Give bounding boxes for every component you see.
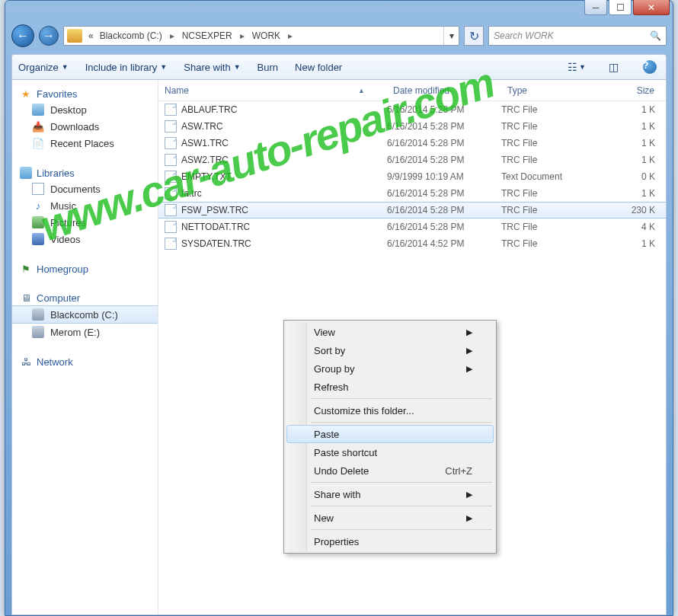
context-menu: View▶ Sort by▶ Group by▶ Refresh Customi…	[283, 320, 497, 554]
menu-undo-delete[interactable]: Undo DeleteCtrl+Z	[286, 461, 494, 480]
forward-button[interactable]: →	[39, 26, 59, 46]
menu-separator	[311, 422, 492, 423]
sidebar-item-recent[interactable]: 📄Recent Places	[12, 135, 158, 152]
menu-new[interactable]: New▶	[286, 509, 494, 527]
file-name: ASW2.TRC	[181, 155, 229, 165]
favorites-header[interactable]: ★Favorites	[12, 86, 158, 101]
file-type: TRC File	[501, 222, 608, 232]
menu-paste-shortcut[interactable]: Paste shortcut	[286, 443, 494, 461]
preview-pane-button[interactable]: ◫	[603, 59, 623, 75]
chevron-right-icon[interactable]: ▸	[283, 30, 297, 41]
file-date: 6/16/2014 5:28 PM	[387, 155, 501, 165]
file-icon	[165, 238, 177, 250]
file-row[interactable]: NETTODAT.TRC6/16/2014 5:28 PMTRC File4 K	[158, 219, 666, 235]
file-date: 6/16/2014 5:28 PM	[387, 121, 501, 132]
col-name[interactable]: Name▲	[158, 85, 387, 96]
file-type: TRC File	[501, 238, 608, 249]
menu-sortby[interactable]: Sort by▶	[286, 341, 494, 359]
refresh-button[interactable]: ↻	[464, 26, 484, 46]
desktop-icon	[32, 104, 44, 116]
sidebar-item-music[interactable]: ♪Music	[12, 197, 158, 214]
sidebar-item-drive-e[interactable]: Merom (E:)	[12, 324, 158, 340]
homegroup-header[interactable]: ⚑Homegroup	[12, 261, 158, 276]
file-row[interactable]: ABLAUF.TRC6/16/2014 5:28 PMTRC File1 K	[158, 101, 666, 118]
back-button[interactable]: ←	[11, 24, 34, 47]
chevron-right-icon[interactable]: ▸	[235, 30, 249, 41]
close-button[interactable]: ✕	[633, 0, 670, 15]
address-bar[interactable]: « Blackcomb (C:) ▸ NCSEXPER ▸ WORK ▸ ▾	[63, 26, 459, 46]
submenu-arrow-icon: ▶	[466, 490, 472, 500]
file-date: 6/16/2014 5:28 PM	[387, 138, 501, 148]
menu-paste[interactable]: Paste	[286, 425, 494, 443]
help-button[interactable]: ?	[640, 59, 660, 75]
search-input[interactable]: Search WORK 🔍	[488, 26, 667, 46]
file-row[interactable]: fa.trc6/16/2014 5:28 PMTRC File1 K	[158, 185, 666, 202]
chevron-right-icon[interactable]: ▸	[165, 30, 179, 41]
sidebar-item-videos[interactable]: Videos	[12, 231, 158, 247]
breadcrumb-seg[interactable]: WORK	[249, 30, 283, 41]
file-row[interactable]: ASW1.TRC6/16/2014 5:28 PMTRC File1 K	[158, 135, 666, 152]
menu-properties[interactable]: Properties	[286, 532, 494, 551]
menu-groupby[interactable]: Group by▶	[286, 359, 494, 378]
file-type: TRC File	[501, 104, 608, 115]
music-icon: ♪	[32, 199, 44, 212]
file-size: 1 K	[608, 121, 666, 132]
menu-view[interactable]: View▶	[286, 323, 494, 341]
file-size: 1 K	[608, 104, 666, 115]
file-date: 6/16/2014 5:28 PM	[387, 205, 501, 215]
file-row[interactable]: SYSDATEN.TRC6/16/2014 4:52 PMTRC File1 K	[158, 235, 666, 252]
menu-refresh[interactable]: Refresh	[286, 378, 494, 396]
search-icon: 🔍	[650, 30, 661, 41]
computer-header[interactable]: 🖥Computer	[12, 290, 158, 305]
minimize-button[interactable]: ─	[584, 0, 607, 15]
organize-button[interactable]: Organize▼	[18, 62, 69, 73]
menu-sharewith[interactable]: Share with▶	[286, 485, 494, 503]
drive-icon	[32, 326, 44, 338]
menu-customize[interactable]: Customize this folder...	[286, 401, 494, 420]
sidebar-item-downloads[interactable]: 📥Downloads	[12, 118, 158, 135]
navbar: ← → « Blackcomb (C:) ▸ NCSEXPER ▸ WORK ▸…	[11, 22, 667, 49]
submenu-arrow-icon: ▶	[466, 346, 472, 356]
documents-icon	[32, 183, 44, 195]
recent-icon: 📄	[32, 137, 44, 149]
nav-pane: ★Favorites Desktop 📥Downloads 📄Recent Pl…	[12, 80, 158, 614]
sidebar-item-desktop[interactable]: Desktop	[12, 101, 158, 118]
file-row[interactable]: FSW_PSW.TRC6/16/2014 5:28 PMTRC File230 …	[158, 202, 666, 219]
file-row[interactable]: ASW.TRC6/16/2014 5:28 PMTRC File1 K	[158, 118, 666, 135]
col-size[interactable]: Size	[608, 85, 666, 96]
network-header[interactable]: 🖧Network	[12, 354, 158, 369]
file-row[interactable]: ASW2.TRC6/16/2014 5:28 PMTRC File1 K	[158, 152, 666, 168]
menu-separator	[311, 529, 492, 530]
file-name: ABLAUF.TRC	[181, 104, 237, 115]
file-size: 230 K	[608, 205, 666, 215]
menu-separator	[311, 398, 492, 399]
star-icon: ★	[20, 88, 32, 100]
address-dropdown[interactable]: ▾	[443, 27, 459, 45]
libraries-header[interactable]: Libraries	[12, 165, 158, 180]
maximize-button[interactable]: ☐	[609, 0, 632, 15]
view-options-button[interactable]: ☷▼	[567, 59, 587, 75]
sidebar-item-drive-c[interactable]: Blackcomb (C:)	[12, 305, 158, 324]
file-icon	[165, 137, 177, 149]
burn-button[interactable]: Burn	[257, 62, 278, 73]
include-in-library-button[interactable]: Include in library▼	[85, 62, 168, 73]
file-type: Text Document	[501, 171, 608, 182]
libraries-icon	[20, 167, 32, 179]
col-type[interactable]: Type	[501, 85, 608, 96]
drive-icon	[32, 308, 44, 321]
file-row[interactable]: EMPTY.TXT9/9/1999 10:19 AMText Document0…	[158, 168, 666, 185]
new-folder-button[interactable]: New folder	[295, 62, 342, 73]
breadcrumb-seg[interactable]: Blackcomb (C:)	[97, 30, 165, 41]
file-size: 1 K	[608, 188, 666, 199]
sidebar-item-pictures[interactable]: Pictures	[12, 214, 158, 231]
breadcrumb-seg[interactable]: NCSEXPER	[179, 30, 235, 41]
col-date[interactable]: Date modified	[387, 85, 501, 96]
file-icon	[165, 104, 177, 116]
file-date: 6/16/2014 4:52 PM	[387, 238, 501, 249]
sidebar-item-documents[interactable]: Documents	[12, 180, 158, 197]
file-size: 1 K	[608, 155, 666, 165]
share-with-button[interactable]: Share with▼	[184, 62, 240, 73]
file-size: 4 K	[608, 222, 666, 232]
file-size: 1 K	[608, 238, 666, 249]
file-icon	[165, 204, 177, 216]
